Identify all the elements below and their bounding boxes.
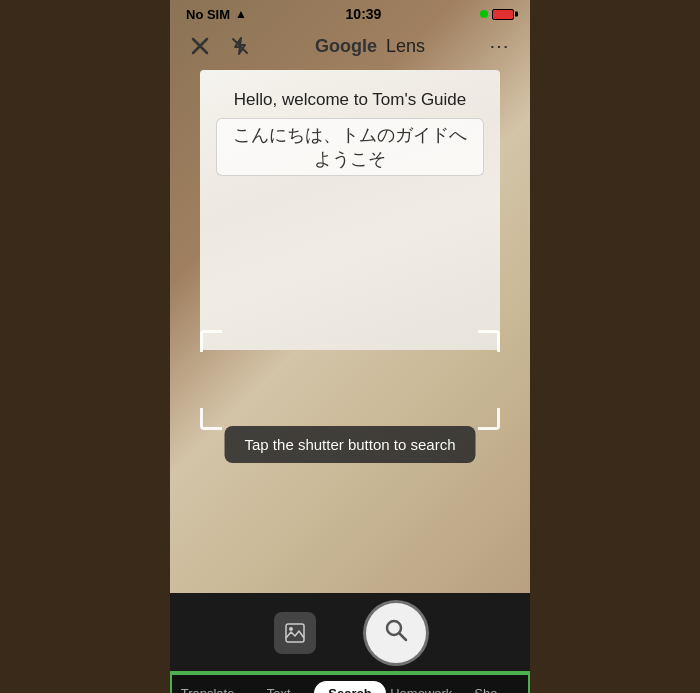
camera-viewfinder: No SIM ▲ 10:39 — [170, 0, 530, 593]
shutter-search-icon — [382, 616, 410, 650]
flash-button[interactable] — [226, 32, 254, 60]
battery-icon — [492, 9, 514, 20]
status-bar: No SIM ▲ 10:39 — [170, 0, 530, 26]
status-time: 10:39 — [346, 6, 382, 22]
tab-homework[interactable]: Homework — [386, 682, 457, 693]
close-icon — [190, 36, 210, 56]
search-icon — [382, 616, 410, 644]
bracket-top-right — [478, 330, 500, 352]
tab-bar: Translate Text Search Homework Sho… — [172, 673, 528, 693]
signal-dot — [480, 10, 488, 18]
scan-bracket — [200, 330, 500, 430]
toolbar-right: ⋯ — [486, 32, 514, 60]
more-icon: ⋯ — [489, 34, 511, 58]
gallery-icon — [284, 622, 306, 644]
shutter-button[interactable] — [366, 603, 426, 663]
toolbar-left — [186, 32, 254, 60]
hint-text: Tap the shutter button to search — [225, 426, 476, 463]
tab-bar-container: Translate Text Search Homework Sho… — [170, 671, 530, 693]
bracket-top-left — [200, 330, 222, 352]
tab-translate[interactable]: Translate — [172, 682, 243, 693]
carrier-text: No SIM — [186, 7, 230, 22]
translated-text: こんにちは、トムのガイドへようこそ — [216, 118, 484, 176]
paper-card: Hello, welcome to Tom's Guide こんにちは、トムのガ… — [200, 70, 500, 350]
phone-wrapper: No SIM ▲ 10:39 — [170, 0, 530, 693]
title-lens: Lens — [386, 36, 425, 57]
bracket-bottom-left — [200, 408, 222, 430]
shutter-row — [274, 593, 426, 671]
app-title: Google Lens — [315, 36, 425, 57]
svg-point-5 — [289, 627, 293, 631]
bracket-bottom-right — [478, 408, 500, 430]
svg-line-7 — [399, 633, 406, 640]
wifi-icon: ▲ — [235, 7, 247, 21]
flash-off-icon — [230, 36, 250, 56]
bottom-controls: Translate Text Search Homework Sho… — [170, 593, 530, 693]
tab-text[interactable]: Text — [243, 682, 314, 693]
gallery-button[interactable] — [274, 612, 316, 654]
close-button[interactable] — [186, 32, 214, 60]
tab-shopping[interactable]: Sho… — [457, 682, 528, 693]
toolbar: Google Lens ⋯ — [170, 24, 530, 68]
original-text: Hello, welcome to Tom's Guide — [234, 90, 467, 110]
title-google: Google — [315, 36, 377, 57]
tab-search[interactable]: Search — [314, 681, 385, 693]
more-button[interactable]: ⋯ — [486, 32, 514, 60]
status-icons — [480, 9, 514, 20]
status-carrier: No SIM ▲ — [186, 7, 247, 22]
